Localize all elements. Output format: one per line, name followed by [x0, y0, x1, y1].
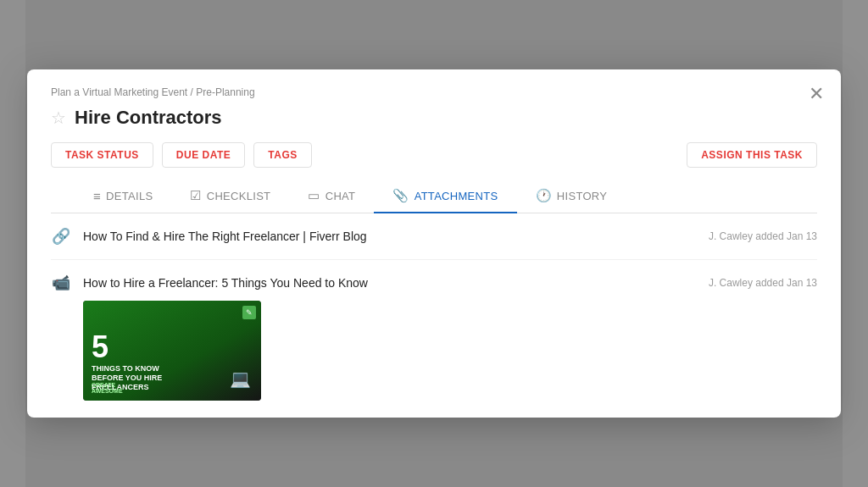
laptop-icon: 💻 — [230, 368, 251, 389]
attachment-meta: J. Cawley added Jan 13 — [709, 230, 817, 242]
close-button[interactable]: ✕ — [809, 85, 824, 103]
tab-checklist[interactable]: ☑ CHECKLIST — [171, 180, 289, 213]
due-date-button[interactable]: DUE DATE — [162, 142, 245, 168]
link-icon: 🔗 — [51, 227, 71, 246]
tabs: ≡ DETAILS ☑ CHECKLIST ▭ CHAT 📎 ATTACHMEN… — [51, 180, 817, 213]
modal-header: Plan a Virtual Marketing Event / Pre-Pla… — [27, 69, 841, 213]
tab-details[interactable]: ≡ DETAILS — [75, 180, 171, 213]
tags-button[interactable]: TAGS — [253, 142, 311, 168]
checklist-icon: ☑ — [190, 188, 201, 203]
attachment-name[interactable]: How to Hire a Freelancer: 5 Things You N… — [83, 276, 697, 290]
star-icon[interactable]: ☆ — [51, 108, 66, 128]
modal: Plan a Virtual Marketing Event / Pre-Pla… — [27, 69, 841, 418]
page-title: Hire Contractors — [75, 107, 222, 129]
breadcrumb: Plan a Virtual Marketing Event / Pre-Pla… — [51, 86, 817, 98]
modal-body: 🔗 How To Find & Hire The Right Freelance… — [27, 213, 841, 418]
video-thumbnail[interactable]: ✎ 5 THINGS TO KNOW BEFORE YOU HIRE FREEL… — [83, 301, 261, 401]
details-icon: ≡ — [93, 189, 101, 203]
thumbnail-brand: CREATEAWESOME — [92, 382, 123, 394]
tab-chat[interactable]: ▭ CHAT — [289, 180, 374, 213]
edit-icon: ✎ — [242, 306, 256, 319]
tab-attachments-label: ATTACHMENTS — [415, 190, 498, 202]
task-status-button[interactable]: TASK STATUS — [51, 142, 153, 168]
tab-details-label: DETAILS — [106, 190, 153, 202]
list-item: 🔗 How To Find & Hire The Right Freelance… — [51, 213, 817, 260]
chat-icon: ▭ — [308, 188, 320, 203]
assign-task-button[interactable]: ASSIGN THIS TASK — [687, 142, 817, 168]
title-row: ☆ Hire Contractors — [51, 107, 817, 129]
action-buttons: TASK STATUS DUE DATE TAGS ASSIGN THIS TA… — [51, 142, 817, 168]
attachments-icon: 📎 — [392, 188, 409, 203]
video-icon: 📹 — [51, 274, 71, 292]
background-right — [843, 0, 868, 487]
history-icon: 🕐 — [536, 188, 552, 203]
attachment-meta: J. Cawley added Jan 13 — [709, 277, 817, 289]
tab-checklist-label: CHECKLIST — [207, 190, 271, 202]
tab-history-label: HISTORY — [557, 190, 607, 202]
overlay: Plan a Virtual Marketing Event / Pre-Pla… — [0, 0, 868, 487]
tab-attachments[interactable]: 📎 ATTACHMENTS — [374, 180, 516, 213]
tab-history[interactable]: 🕐 HISTORY — [517, 180, 626, 213]
list-item: 📹 How to Hire a Freelancer: 5 Things You… — [51, 260, 817, 418]
background-left — [0, 0, 25, 487]
video-row-top: 📹 How to Hire a Freelancer: 5 Things You… — [51, 274, 817, 292]
tab-chat-label: CHAT — [326, 190, 356, 202]
attachment-name[interactable]: How To Find & Hire The Right Freelancer … — [83, 230, 697, 243]
thumbnail-number: 5 — [92, 332, 176, 362]
